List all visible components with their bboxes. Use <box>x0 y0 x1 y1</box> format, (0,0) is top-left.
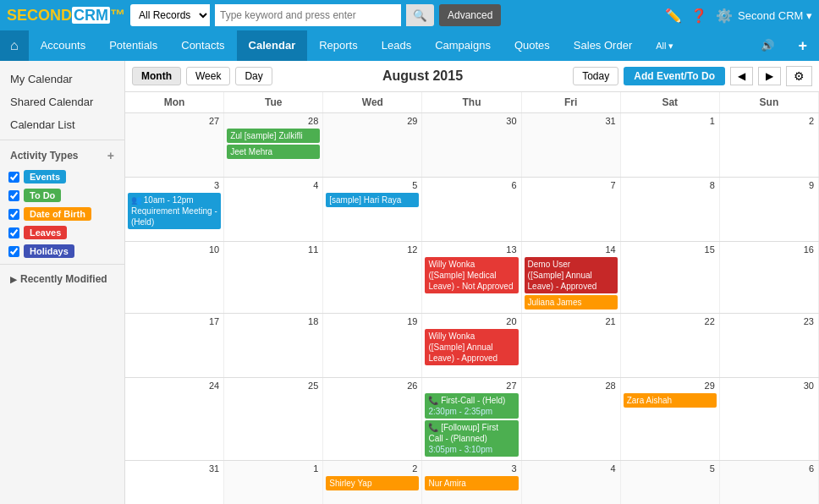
search-select[interactable]: All Records <box>130 4 210 26</box>
search-button[interactable]: 🔍 <box>406 4 434 26</box>
activity-dob[interactable]: Date of Birth <box>0 205 124 223</box>
cell-sep1[interactable]: 1 <box>224 461 323 504</box>
sidebar-recently-modified[interactable]: ▶ Recently Modified <box>0 268 124 290</box>
event-zul[interactable]: Zul [sample] Zulkifli <box>227 129 320 143</box>
cell-aug7[interactable]: 7 <box>522 178 621 241</box>
search-input[interactable] <box>215 4 401 26</box>
cell-jul27[interactable]: 27 <box>125 113 224 177</box>
nav-reports[interactable]: Reports <box>307 30 370 61</box>
sidebar-calendar-list[interactable]: Calendar List <box>0 113 124 136</box>
cell-aug4[interactable]: 4 <box>224 178 323 241</box>
nav-add-icon[interactable]: + <box>786 30 819 61</box>
view-week-btn[interactable]: Week <box>186 67 230 85</box>
cell-aug9[interactable]: 9 <box>720 178 819 241</box>
events-checkbox[interactable] <box>8 172 19 183</box>
event-willy-medical[interactable]: Willy Wonka([Sample] MedicalLeave) - Not… <box>425 257 518 293</box>
activity-todo[interactable]: To Do <box>0 186 124 205</box>
event-requirement[interactable]: 👥 10am - 12pmRequirement Meeting - (Held… <box>128 193 221 229</box>
cell-sep2[interactable]: 2 Shirley Yap <box>323 461 422 504</box>
cell-aug1[interactable]: 1 <box>621 113 720 177</box>
nav-leads[interactable]: Leads <box>370 30 423 61</box>
cell-aug26[interactable]: 26 <box>323 378 422 460</box>
nav-contacts[interactable]: Contacts <box>169 30 236 61</box>
cell-sep6[interactable]: 6 <box>720 461 819 504</box>
todo-checkbox[interactable] <box>8 190 19 201</box>
event-zara[interactable]: Zara Aishah <box>624 393 717 408</box>
nav-home[interactable]: ⌂ <box>0 30 29 61</box>
cell-aug8[interactable]: 8 <box>621 178 720 241</box>
cell-aug12[interactable]: 12 <box>323 242 422 313</box>
cell-aug23[interactable]: 23 <box>720 314 819 377</box>
cell-jul28[interactable]: 28 Zul [sample] Zulkifli Jeet Mehra <box>224 113 323 177</box>
cell-aug28[interactable]: 28 <box>522 378 621 460</box>
cell-aug19[interactable]: 19 <box>323 314 422 377</box>
cell-aug22[interactable]: 22 <box>621 314 720 377</box>
cell-aug20[interactable]: 20 Willy Wonka([Sample] AnnualLeave) - A… <box>422 314 521 377</box>
event-demo-annual[interactable]: Demo User([Sample] AnnualLeave) - Approv… <box>525 257 618 293</box>
event-firstcall-held[interactable]: 📞 First-Call - (Held) 2:30pm - 2:35pm <box>425 393 518 419</box>
nav-audio-icon[interactable]: 🔊 <box>749 30 786 61</box>
nav-all[interactable]: All ▾ <box>644 30 685 61</box>
cell-aug11[interactable]: 11 <box>224 242 323 313</box>
dob-checkbox[interactable] <box>8 209 19 220</box>
cell-jul31[interactable]: 31 <box>522 113 621 177</box>
nav-salesorder[interactable]: Sales Order <box>562 30 644 61</box>
cell-aug29[interactable]: 29 Zara Aishah <box>621 378 720 460</box>
cell-aug2[interactable]: 2 <box>720 113 819 177</box>
cell-aug31[interactable]: 31 <box>125 461 224 504</box>
cell-aug17[interactable]: 17 <box>125 314 224 377</box>
cell-aug16[interactable]: 16 <box>720 242 819 313</box>
cell-aug21[interactable]: 21 <box>522 314 621 377</box>
add-event-button[interactable]: Add Event/To Do <box>624 67 725 85</box>
cell-sep4[interactable]: 4 <box>522 461 621 504</box>
cell-sep3[interactable]: 3 Nur Amira <box>422 461 521 504</box>
holidays-checkbox[interactable] <box>8 246 19 257</box>
help-icon[interactable]: ❓ <box>690 8 707 24</box>
cell-jul30[interactable]: 30 <box>422 113 521 177</box>
event-shirley[interactable]: Shirley Yap <box>326 476 419 490</box>
nav-campaigns[interactable]: Campaigns <box>423 30 503 61</box>
prev-arrow-btn[interactable]: ◀ <box>730 67 753 85</box>
cell-aug30[interactable]: 30 <box>720 378 819 460</box>
nav-potentials[interactable]: Potentials <box>97 30 169 61</box>
date-aug20: 20 <box>425 315 518 327</box>
event-willy-annual[interactable]: Willy Wonka([Sample] AnnualLeave) - Appr… <box>425 329 518 365</box>
next-arrow-btn[interactable]: ▶ <box>758 67 781 85</box>
activity-leaves[interactable]: Leaves <box>0 223 124 242</box>
sidebar-shared-calendar[interactable]: Shared Calendar <box>0 90 124 113</box>
cell-aug24[interactable]: 24 <box>125 378 224 460</box>
edit-icon[interactable]: ✏️ <box>665 8 682 24</box>
cell-aug15[interactable]: 15 <box>621 242 720 313</box>
activity-holidays[interactable]: Holidays <box>0 242 124 260</box>
today-button[interactable]: Today <box>573 67 618 85</box>
cell-aug14[interactable]: 14 Demo User([Sample] AnnualLeave) - App… <box>522 242 621 313</box>
user-menu[interactable]: Second CRM ▾ <box>738 9 812 22</box>
activity-types-add-icon[interactable]: + <box>107 149 114 162</box>
cell-aug10[interactable]: 10 <box>125 242 224 313</box>
cell-sep5[interactable]: 5 <box>621 461 720 504</box>
view-month-btn[interactable]: Month <box>132 67 181 85</box>
settings-icon[interactable]: ⚙️ <box>716 8 733 24</box>
cell-aug6[interactable]: 6 <box>422 178 521 241</box>
cell-aug13[interactable]: 13 Willy Wonka([Sample] MedicalLeave) - … <box>422 242 521 313</box>
nav-quotes[interactable]: Quotes <box>503 30 562 61</box>
cell-aug25[interactable]: 25 <box>224 378 323 460</box>
event-juliana[interactable]: Juliana James <box>525 295 618 310</box>
cell-aug3[interactable]: 3 👥 10am - 12pmRequirement Meeting - (He… <box>125 178 224 241</box>
cell-aug27[interactable]: 27 📞 First-Call - (Held) 2:30pm - 2:35pm… <box>422 378 521 460</box>
advanced-button[interactable]: Advanced <box>439 4 501 26</box>
cell-aug5[interactable]: 5 [sample] Hari Raya <box>323 178 422 241</box>
event-hari-raya[interactable]: [sample] Hari Raya <box>326 193 419 207</box>
nav-calendar[interactable]: Calendar <box>237 30 308 61</box>
cell-jul29[interactable]: 29 <box>323 113 422 177</box>
event-firstcall-planned[interactable]: 📞 [Followup] First Call - (Planned) 3:05… <box>425 420 518 457</box>
calendar-settings-btn[interactable]: ⚙ <box>786 66 812 86</box>
leaves-checkbox[interactable] <box>8 227 19 238</box>
sidebar-my-calendar[interactable]: My Calendar <box>0 68 124 90</box>
event-nur-amira[interactable]: Nur Amira <box>425 476 518 490</box>
nav-accounts[interactable]: Accounts <box>29 30 97 61</box>
view-day-btn[interactable]: Day <box>235 67 272 85</box>
event-jeet[interactable]: Jeet Mehra <box>227 145 320 159</box>
cell-aug18[interactable]: 18 <box>224 314 323 377</box>
activity-events[interactable]: Events <box>0 167 124 186</box>
